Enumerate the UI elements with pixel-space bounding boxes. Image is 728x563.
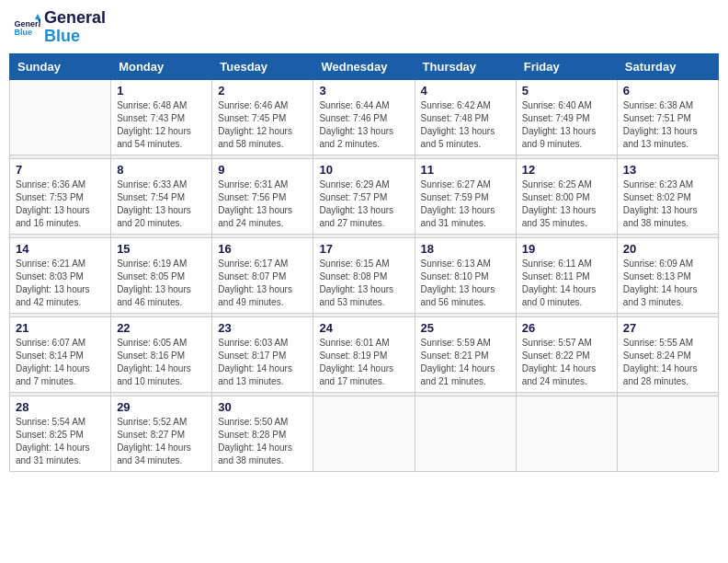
calendar-cell: 25Sunrise: 5:59 AM Sunset: 8:21 PM Dayli… (415, 316, 516, 392)
day-info: Sunrise: 5:54 AM Sunset: 8:25 PM Dayligh… (16, 416, 105, 467)
header-saturday: Saturday (617, 53, 718, 79)
day-number: 17 (319, 242, 408, 256)
calendar-cell: 14Sunrise: 6:21 AM Sunset: 8:03 PM Dayli… (10, 237, 111, 313)
calendar-cell: 18Sunrise: 6:13 AM Sunset: 8:10 PM Dayli… (415, 237, 516, 313)
calendar-cell: 21Sunrise: 6:07 AM Sunset: 8:14 PM Dayli… (10, 316, 111, 392)
day-number: 12 (522, 163, 611, 177)
header-wednesday: Wednesday (313, 53, 415, 79)
calendar-cell: 15Sunrise: 6:19 AM Sunset: 8:05 PM Dayli… (111, 237, 212, 313)
day-info: Sunrise: 6:01 AM Sunset: 8:19 PM Dayligh… (319, 337, 408, 388)
header-thursday: Thursday (415, 53, 516, 79)
day-number: 8 (117, 163, 206, 177)
calendar-cell: 29Sunrise: 5:52 AM Sunset: 8:27 PM Dayli… (111, 396, 212, 471)
day-number: 24 (319, 321, 408, 335)
calendar-cell: 26Sunrise: 5:57 AM Sunset: 8:22 PM Dayli… (516, 316, 617, 392)
day-number: 7 (16, 163, 105, 177)
day-info: Sunrise: 6:48 AM Sunset: 7:43 PM Dayligh… (117, 99, 206, 151)
calendar-week-3: 14Sunrise: 6:21 AM Sunset: 8:03 PM Dayli… (10, 237, 719, 313)
day-info: Sunrise: 6:38 AM Sunset: 7:51 PM Dayligh… (623, 99, 712, 151)
calendar-cell: 2Sunrise: 6:46 AM Sunset: 7:45 PM Daylig… (212, 79, 313, 155)
day-number: 14 (16, 242, 105, 256)
calendar-cell: 4Sunrise: 6:42 AM Sunset: 7:48 PM Daylig… (415, 79, 516, 155)
day-info: Sunrise: 6:09 AM Sunset: 8:13 PM Dayligh… (623, 258, 712, 309)
day-info: Sunrise: 6:11 AM Sunset: 8:11 PM Dayligh… (522, 258, 611, 309)
day-number: 15 (117, 242, 206, 256)
day-info: Sunrise: 6:07 AM Sunset: 8:14 PM Dayligh… (16, 337, 105, 388)
day-number: 6 (623, 84, 712, 98)
logo-text-blue: Blue (44, 28, 106, 46)
day-number: 3 (319, 84, 408, 98)
calendar-cell (415, 396, 516, 471)
day-info: Sunrise: 6:17 AM Sunset: 8:07 PM Dayligh… (218, 258, 307, 309)
day-info: Sunrise: 6:42 AM Sunset: 7:48 PM Dayligh… (421, 99, 510, 151)
calendar-cell: 24Sunrise: 6:01 AM Sunset: 8:19 PM Dayli… (313, 316, 415, 392)
calendar-cell: 9Sunrise: 6:31 AM Sunset: 7:56 PM Daylig… (212, 158, 313, 234)
day-info: Sunrise: 6:46 AM Sunset: 7:45 PM Dayligh… (218, 99, 307, 151)
header-monday: Monday (111, 53, 212, 79)
logo: General Blue General Blue (13, 9, 106, 46)
day-number: 23 (218, 321, 307, 335)
day-info: Sunrise: 5:55 AM Sunset: 8:24 PM Dayligh… (623, 337, 712, 388)
calendar-cell: 30Sunrise: 5:50 AM Sunset: 8:28 PM Dayli… (212, 396, 313, 471)
day-info: Sunrise: 6:23 AM Sunset: 8:02 PM Dayligh… (623, 178, 712, 230)
day-info: Sunrise: 6:13 AM Sunset: 8:10 PM Dayligh… (421, 258, 510, 309)
svg-marker-2 (35, 14, 40, 19)
calendar-cell: 27Sunrise: 5:55 AM Sunset: 8:24 PM Dayli… (617, 316, 718, 392)
calendar-cell: 8Sunrise: 6:33 AM Sunset: 7:54 PM Daylig… (111, 158, 212, 234)
calendar-cell: 16Sunrise: 6:17 AM Sunset: 8:07 PM Dayli… (212, 237, 313, 313)
calendar-cell: 17Sunrise: 6:15 AM Sunset: 8:08 PM Dayli… (313, 237, 415, 313)
day-number: 4 (421, 84, 510, 98)
day-number: 19 (522, 242, 611, 256)
calendar-week-1: 1Sunrise: 6:48 AM Sunset: 7:43 PM Daylig… (10, 79, 719, 155)
day-number: 11 (421, 163, 510, 177)
calendar-week-2: 7Sunrise: 6:36 AM Sunset: 7:53 PM Daylig… (10, 158, 719, 234)
day-number: 1 (117, 84, 206, 98)
day-number: 5 (522, 84, 611, 98)
calendar-cell (313, 396, 415, 471)
day-info: Sunrise: 6:25 AM Sunset: 8:00 PM Dayligh… (522, 178, 611, 230)
day-info: Sunrise: 6:29 AM Sunset: 7:57 PM Dayligh… (319, 178, 408, 230)
day-info: Sunrise: 6:27 AM Sunset: 7:59 PM Dayligh… (421, 178, 510, 230)
day-number: 21 (16, 321, 105, 335)
header-tuesday: Tuesday (212, 53, 313, 79)
calendar-cell: 12Sunrise: 6:25 AM Sunset: 8:00 PM Dayli… (516, 158, 617, 234)
day-number: 30 (218, 400, 307, 414)
calendar-cell: 6Sunrise: 6:38 AM Sunset: 7:51 PM Daylig… (617, 79, 718, 155)
day-info: Sunrise: 6:33 AM Sunset: 7:54 PM Dayligh… (117, 178, 206, 230)
day-number: 13 (623, 163, 712, 177)
day-number: 26 (522, 321, 611, 335)
day-number: 27 (623, 321, 712, 335)
day-number: 9 (218, 163, 307, 177)
day-info: Sunrise: 5:59 AM Sunset: 8:21 PM Dayligh… (421, 337, 510, 388)
day-info: Sunrise: 6:36 AM Sunset: 7:53 PM Dayligh… (16, 178, 105, 230)
day-info: Sunrise: 6:44 AM Sunset: 7:46 PM Dayligh… (319, 99, 408, 151)
day-info: Sunrise: 6:19 AM Sunset: 8:05 PM Dayligh… (117, 258, 206, 309)
day-number: 16 (218, 242, 307, 256)
calendar-cell: 23Sunrise: 6:03 AM Sunset: 8:17 PM Dayli… (212, 316, 313, 392)
day-number: 18 (421, 242, 510, 256)
day-number: 22 (117, 321, 206, 335)
day-number: 29 (117, 400, 206, 414)
calendar-cell: 3Sunrise: 6:44 AM Sunset: 7:46 PM Daylig… (313, 79, 415, 155)
day-number: 20 (623, 242, 712, 256)
calendar-cell: 1Sunrise: 6:48 AM Sunset: 7:43 PM Daylig… (111, 79, 212, 155)
calendar-week-4: 21Sunrise: 6:07 AM Sunset: 8:14 PM Dayli… (10, 316, 719, 392)
calendar-cell: 20Sunrise: 6:09 AM Sunset: 8:13 PM Dayli… (617, 237, 718, 313)
day-number: 25 (421, 321, 510, 335)
day-info: Sunrise: 6:21 AM Sunset: 8:03 PM Dayligh… (16, 258, 105, 309)
header-sunday: Sunday (10, 53, 111, 79)
day-number: 28 (16, 400, 105, 414)
day-info: Sunrise: 5:57 AM Sunset: 8:22 PM Dayligh… (522, 337, 611, 388)
calendar-table: SundayMondayTuesdayWednesdayThursdayFrid… (9, 53, 719, 472)
calendar-cell (10, 79, 111, 155)
day-info: Sunrise: 5:52 AM Sunset: 8:27 PM Dayligh… (117, 416, 206, 467)
header-friday: Friday (516, 53, 617, 79)
calendar-cell: 7Sunrise: 6:36 AM Sunset: 7:53 PM Daylig… (10, 158, 111, 234)
day-info: Sunrise: 5:50 AM Sunset: 8:28 PM Dayligh… (218, 416, 307, 467)
calendar-cell (617, 396, 718, 471)
calendar-cell: 13Sunrise: 6:23 AM Sunset: 8:02 PM Dayli… (617, 158, 718, 234)
day-info: Sunrise: 6:31 AM Sunset: 7:56 PM Dayligh… (218, 178, 307, 230)
calendar-week-5: 28Sunrise: 5:54 AM Sunset: 8:25 PM Dayli… (10, 396, 719, 471)
calendar-cell: 10Sunrise: 6:29 AM Sunset: 7:57 PM Dayli… (313, 158, 415, 234)
calendar-cell: 11Sunrise: 6:27 AM Sunset: 7:59 PM Dayli… (415, 158, 516, 234)
